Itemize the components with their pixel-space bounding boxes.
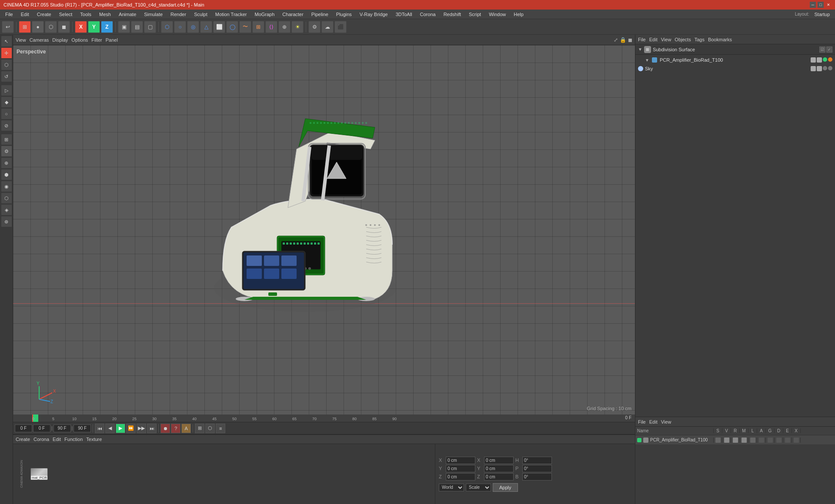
vp-menu-view[interactable]: View <box>16 37 26 43</box>
attr-l-value[interactable] <box>748 438 757 443</box>
vp-menu-filter[interactable]: Filter <box>91 37 102 43</box>
obj-row-sky[interactable]: Sky <box>636 64 834 73</box>
am-menu-file[interactable]: File <box>638 419 646 424</box>
sky-icon-1[interactable] <box>811 66 816 71</box>
am-menu-edit[interactable]: Edit <box>649 419 658 424</box>
om-menu-tags[interactable]: Tags <box>695 37 705 42</box>
om-menu-view[interactable]: View <box>661 37 671 42</box>
left-tool-2[interactable]: ◆ <box>1 96 12 108</box>
menu-character[interactable]: Character <box>279 11 307 18</box>
menu-create[interactable]: Create <box>33 11 55 18</box>
am-menu-view[interactable]: View <box>661 419 671 424</box>
left-tool-9[interactable]: ◉ <box>1 181 12 192</box>
z-size-field[interactable] <box>484 473 514 481</box>
vp-menu-cameras[interactable]: Cameras <box>30 37 49 43</box>
plane-tool-button[interactable]: ⬜ <box>213 21 225 33</box>
start-frame-field[interactable] <box>33 424 50 432</box>
left-tool-12[interactable]: ⊛ <box>1 216 12 227</box>
record-button[interactable]: ⏺ <box>160 424 170 433</box>
deformer-button[interactable]: ⟨⟩ <box>265 21 277 33</box>
attr-r-value[interactable] <box>731 438 740 443</box>
render-picture-button[interactable]: ▢ <box>144 21 156 33</box>
mat-menu-corona[interactable]: Corona <box>33 437 49 442</box>
attr-d-icon[interactable] <box>776 438 782 443</box>
play-fast-button[interactable]: ⏩ <box>126 424 136 433</box>
attr-g-value[interactable] <box>766 438 775 443</box>
x-position-field[interactable] <box>446 457 475 464</box>
menu-animate[interactable]: Animate <box>115 11 140 18</box>
end-frame-field[interactable] <box>53 424 71 432</box>
point-mode-button[interactable]: ● <box>32 21 44 33</box>
play-forward-button[interactable]: ▶ <box>116 424 125 433</box>
sphere-tool-button[interactable]: ○ <box>174 21 186 33</box>
attr-r-icon[interactable] <box>733 438 738 443</box>
menu-edit[interactable]: Edit <box>17 11 33 18</box>
menu-corona[interactable]: Corona <box>417 11 439 18</box>
obj-row-pcr[interactable]: ▼ PCR_Amplifier_BioRad_T100 <box>636 56 834 64</box>
mat-menu-create[interactable]: Create <box>16 437 30 442</box>
subdiv-cb-2[interactable]: ✓ <box>826 46 832 53</box>
attr-e-value[interactable] <box>783 438 792 443</box>
menu-3dtall[interactable]: 3DToAll <box>392 11 416 18</box>
menu-file[interactable]: File <box>2 11 17 18</box>
ik-button[interactable]: ⬡ <box>205 424 215 433</box>
pcr-dot-green[interactable] <box>823 57 827 62</box>
attr-s-value[interactable] <box>714 438 722 443</box>
menu-render[interactable]: Render <box>167 11 190 18</box>
h-rot-field[interactable] <box>522 457 552 464</box>
pcr-icon-2[interactable] <box>817 57 822 63</box>
polygon-mode-button[interactable]: ◼ <box>58 21 70 33</box>
prev-frame-button[interactable]: ◀ <box>105 424 115 433</box>
light-button[interactable]: ☀ <box>291 21 304 33</box>
settings-button[interactable]: ⚙ <box>308 21 321 33</box>
left-tool-rotate[interactable]: ↺ <box>1 71 12 82</box>
om-menu-bookmarks[interactable]: Bookmarks <box>708 37 732 42</box>
fps-field[interactable] <box>73 424 91 432</box>
vp-menu-options[interactable]: Options <box>71 37 88 43</box>
vp-menu-panel[interactable]: Panel <box>106 37 118 43</box>
viewport[interactable]: Perspective Grid Spacing : 10 cm <box>13 45 635 414</box>
left-tool-7[interactable]: ⊕ <box>1 157 12 169</box>
vp-lock-icon[interactable]: 🔒 <box>620 37 626 43</box>
attr-l-icon[interactable] <box>750 438 755 443</box>
layout-value[interactable]: Startup <box>811 11 833 18</box>
menu-help[interactable]: Help <box>510 11 527 18</box>
motion-path-button[interactable]: ⊞ <box>195 424 204 433</box>
attr-x-value[interactable] <box>792 438 801 443</box>
axis-z-button[interactable]: Z <box>101 21 113 33</box>
cylinder-tool-button[interactable]: ◎ <box>187 21 199 33</box>
sky-icon-2[interactable] <box>817 66 822 71</box>
attr-d-value[interactable] <box>775 438 783 443</box>
menu-motion-tracker[interactable]: Motion Tracker <box>212 11 250 18</box>
auto-key-button[interactable]: A <box>181 424 191 433</box>
mat-menu-function[interactable]: Function <box>64 437 83 442</box>
vp-maximize-icon[interactable]: ⤢ <box>614 37 618 43</box>
edge-mode-button[interactable]: ⬡ <box>45 21 57 33</box>
go-end-button[interactable]: ⏭ <box>147 424 157 433</box>
subdiv-cb-1[interactable]: ☑ <box>819 46 825 53</box>
z-position-field[interactable] <box>446 473 475 481</box>
attr-v-icon[interactable] <box>724 438 729 443</box>
cone-tool-button[interactable]: △ <box>200 21 212 33</box>
torus-tool-button[interactable]: ◯ <box>226 21 238 33</box>
close-button[interactable]: ✕ <box>825 2 832 8</box>
menu-simulate[interactable]: Simulate <box>140 11 166 18</box>
render-view-button[interactable]: ▤ <box>131 21 143 33</box>
camera-button[interactable]: ⊕ <box>278 21 291 33</box>
menu-mesh[interactable]: Mesh <box>96 11 114 18</box>
timeline-toggle-button[interactable]: ≡ <box>216 424 225 433</box>
sky-dot-1[interactable] <box>823 66 827 70</box>
mat-menu-texture[interactable]: Texture <box>86 437 102 442</box>
apply-button[interactable]: Apply <box>493 483 518 492</box>
attr-m-icon[interactable] <box>741 438 747 443</box>
material-swatch-mat-pcr[interactable]: mat_PCR <box>30 468 48 480</box>
left-tool-10[interactable]: ⬡ <box>1 192 12 204</box>
mat-menu-edit[interactable]: Edit <box>53 437 61 442</box>
pcr-dot-orange[interactable] <box>828 57 832 62</box>
menu-sculpt[interactable]: Sculpt <box>190 11 211 18</box>
axis-y-button[interactable]: Y <box>88 21 100 33</box>
left-tool-move[interactable]: ✛ <box>1 47 12 59</box>
menu-script[interactable]: Script <box>465 11 484 18</box>
axis-x-button[interactable]: X <box>75 21 87 33</box>
b-rot-field[interactable] <box>522 473 552 481</box>
